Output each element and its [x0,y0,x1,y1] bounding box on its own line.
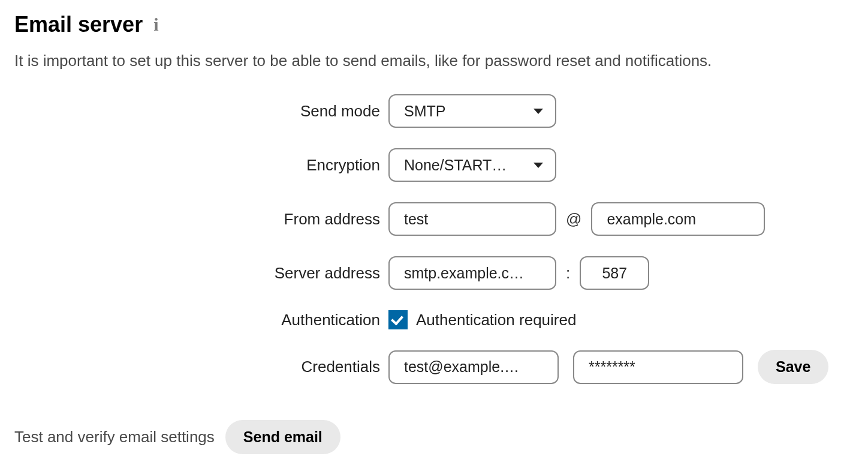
row-test-email: Test and verify email settings Send emai… [14,420,854,454]
send-mode-select[interactable]: SMTP [388,94,556,128]
row-send-mode: Send mode SMTP [14,94,854,128]
auth-required-label: Authentication required [416,311,576,329]
row-credentials: Credentials test@example.… ******** Save [14,350,854,384]
colon-separator: : [565,264,571,283]
label-send-mode: Send mode [14,102,388,121]
server-input[interactable]: smtp.example.c… [388,256,556,290]
chevron-down-icon [534,163,543,168]
chevron-down-icon [534,109,543,114]
row-authentication: Authentication Authentication required [14,310,854,329]
label-authentication: Authentication [14,311,388,329]
at-separator: @ [565,210,583,229]
encryption-select[interactable]: None/START… [388,148,556,182]
save-button[interactable]: Save [758,350,828,384]
section-subtitle: It is important to set up this server to… [14,52,854,70]
label-encryption: Encryption [14,156,388,175]
port-input[interactable]: 587 [580,256,649,290]
check-icon [391,313,403,325]
credentials-password-input[interactable]: ******** [573,350,743,384]
label-credentials: Credentials [14,358,388,376]
from-domain-input[interactable]: example.com [591,202,765,236]
label-server-address: Server address [14,264,388,283]
section-header: Email server i [14,12,854,37]
auth-required-toggle[interactable]: Authentication required [388,310,576,329]
from-domain-value: example.com [607,211,696,228]
label-from-address: From address [14,210,388,229]
row-encryption: Encryption None/START… [14,148,854,182]
row-from-address: From address test @ example.com [14,202,854,236]
send-email-button[interactable]: Send email [225,420,340,454]
from-user-input[interactable]: test [388,202,556,236]
credentials-user-value: test@example.… [404,358,519,376]
port-value: 587 [602,265,627,282]
page-title: Email server [14,12,143,37]
from-user-value: test [404,211,428,228]
encryption-value: None/START… [404,157,507,174]
auth-checkbox[interactable] [388,310,408,329]
credentials-user-input[interactable]: test@example.… [388,350,559,384]
send-mode-value: SMTP [404,103,445,120]
credentials-password-value: ******** [589,358,635,376]
row-server-address: Server address smtp.example.c… : 587 [14,256,854,290]
info-icon[interactable]: i [153,16,158,34]
server-value: smtp.example.c… [404,265,524,282]
test-email-label: Test and verify email settings [14,428,215,446]
